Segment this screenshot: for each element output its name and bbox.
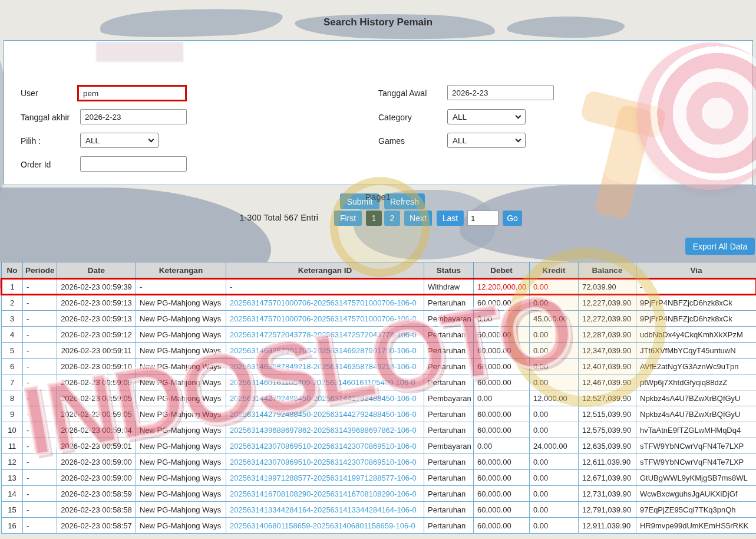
cell-keterangan-id: - <box>226 279 424 295</box>
goto-page-input[interactable] <box>467 211 499 226</box>
cell-debet: 60,000.00 <box>474 343 530 359</box>
pagination-page-1-button[interactable]: 1 <box>366 211 382 226</box>
tanggal-awal-label: Tanggal Awal <box>378 88 427 98</box>
keterangan-id-link[interactable]: 2025631463587849218-2025631463587849218-… <box>230 362 417 371</box>
cell-periode: - <box>23 422 57 438</box>
cell-keterangan-id: 2025631439688697862-2025631439688697862-… <box>226 422 424 438</box>
cell-no: 13 <box>2 470 23 486</box>
tanggal-awal-input[interactable] <box>447 85 554 100</box>
cell-via: WcwBxcwguhsJgAUKXiDjGf <box>636 486 756 502</box>
pagination-go-button[interactable]: Go <box>503 211 522 226</box>
cell-keterangan-id: 2025631463587849218-2025631463587849218-… <box>226 359 424 374</box>
cell-balance: 12,527,039.90 <box>579 390 636 406</box>
cell-via: JTt6XVfMbYCqyT45untuwN <box>636 343 756 359</box>
cell-kredit: 0.00 <box>530 295 579 311</box>
table-row: 8-2026-02-23 00:59:05New PG-Mahjong Ways… <box>2 390 756 406</box>
keterangan-id-link[interactable]: 2025631439688697862-2025631439688697862-… <box>230 426 417 435</box>
cell-status: Pertaruhan <box>424 295 474 311</box>
chevron-down-icon <box>148 137 154 143</box>
keterangan-id-link[interactable]: 2025631469287901700-2025631469287901700-… <box>230 346 417 355</box>
keterangan-id-link[interactable]: 2025631419971288577-2025631419971288577-… <box>230 474 417 482</box>
cell-keterangan-id: 2025631475701000706-2025631475701000706-… <box>226 311 424 327</box>
cell-periode: - <box>23 295 57 311</box>
cell-debet: 60,000.00 <box>474 295 530 311</box>
cell-periode: - <box>23 311 57 327</box>
keterangan-id-link[interactable]: 2025631442792488450-2025631442792488450-… <box>230 410 417 419</box>
page: Search History Pemain User Tanggal akhir… <box>0 0 756 539</box>
keterangan-id-link[interactable]: 2025631416708108290-2025631416708108290-… <box>230 489 417 498</box>
cell-periode: - <box>23 438 57 454</box>
cell-no: 8 <box>2 390 23 406</box>
cell-status: Pertaruhan <box>424 422 474 438</box>
keterangan-id-link[interactable]: 2025631460161105409-2025631460161105409-… <box>230 378 415 387</box>
cell-no: 15 <box>2 502 23 518</box>
cell-kredit: 0.00 <box>530 486 579 502</box>
cell-status: Pertaruhan <box>424 502 474 518</box>
cell-via: sTFW9YbNCwrVqFN4Te7LXP <box>636 438 756 454</box>
cell-periode: - <box>23 279 57 295</box>
column-header: No <box>2 262 23 279</box>
keterangan-id-link[interactable]: 2025631442792488450-2025631442792488450-… <box>230 394 417 403</box>
keterangan-id-link[interactable]: 2025631475701000706-2025631475701000706-… <box>230 298 417 307</box>
category-select[interactable]: ALL <box>447 109 526 124</box>
order-id-input[interactable] <box>80 156 187 172</box>
results-summary: 1-300 Total 567 Entri <box>177 213 318 222</box>
tanggal-akhir-input[interactable] <box>80 109 187 124</box>
cell-balance: 12,635,039.90 <box>579 438 636 454</box>
keterangan-id-link[interactable]: 2025631423070869510-2025631423070869510-… <box>230 458 417 466</box>
cell-status: Pertaruhan <box>424 343 474 359</box>
cell-status: Pertaruhan <box>424 406 474 422</box>
cell-periode: - <box>23 359 57 374</box>
table-row: 3-2026-02-23 00:59:13New PG-Mahjong Ways… <box>2 311 756 327</box>
games-select[interactable]: ALL <box>447 133 526 148</box>
column-header: Keterangan <box>136 262 226 279</box>
pagination-last-button[interactable]: Last <box>437 211 464 226</box>
chevron-down-icon <box>516 137 521 143</box>
cell-debet: 12,200,000.00 <box>474 279 530 295</box>
cell-keterangan: New PG-Mahjong Ways <box>136 406 226 422</box>
chevron-down-icon <box>516 113 521 119</box>
table-row: 5-2026-02-23 00:59:11New PG-Mahjong Ways… <box>2 343 756 359</box>
pagination-first-button[interactable]: First <box>334 211 362 226</box>
pilih-select[interactable]: ALL <box>80 133 159 148</box>
cell-status: Pertaruhan <box>424 470 474 486</box>
export-all-data-button[interactable]: Export All Data <box>685 238 755 255</box>
cell-keterangan-id: 2025631472572043778-2025631472572043778-… <box>226 327 424 343</box>
cell-periode: - <box>23 454 57 470</box>
cell-periode: - <box>23 327 57 343</box>
keterangan-id-link[interactable]: 2025631413344284164-2025631413344284164-… <box>230 505 417 514</box>
cell-kredit: 0.00 <box>530 502 579 518</box>
cell-kredit: 0.00 <box>530 454 579 470</box>
cell-debet: 60,000.00 <box>474 374 530 390</box>
cell-keterangan-id: 2025631419971288577-2025631419971288577-… <box>226 470 424 486</box>
cell-keterangan: - <box>136 279 226 295</box>
cell-date: 2026-02-23 00:59:39 <box>57 279 136 295</box>
cell-keterangan: New PG-Mahjong Ways <box>136 486 226 502</box>
cell-keterangan-id: 2025631475701000706-2025631475701000706-… <box>226 295 424 311</box>
cell-balance: 12,611,039.90 <box>579 454 636 470</box>
keterangan-id-link[interactable]: 2025631472572043778-2025631472572043778-… <box>230 330 417 339</box>
cell-balance: 12,911,039.90 <box>579 518 636 534</box>
games-label: Games <box>378 136 405 146</box>
keterangan-id-link[interactable]: 2025631406801158659-2025631406801158659-… <box>230 521 415 530</box>
column-header: Periode <box>23 262 57 279</box>
column-header: Balance <box>579 262 636 279</box>
cell-keterangan-id: 2025631416708108290-2025631416708108290-… <box>226 486 424 502</box>
keterangan-id-link[interactable]: 2025631423070869510-2025631423070869510-… <box>230 442 417 451</box>
cell-no: 10 <box>2 422 23 438</box>
cell-balance: 12,791,039.90 <box>579 502 636 518</box>
page-indicator: Page1 <box>0 192 756 202</box>
column-header: Debet <box>474 262 530 279</box>
pagination-page-2-button[interactable]: 2 <box>384 211 400 226</box>
user-input[interactable] <box>77 85 187 101</box>
table-row: 15-2026-02-23 00:58:58New PG-Mahjong Way… <box>2 502 756 518</box>
cell-keterangan: New PG-Mahjong Ways <box>136 295 226 311</box>
cell-via: HR9mvpe99dUmKEmHS5rRKK <box>636 518 756 534</box>
pagination-next-button[interactable]: Next <box>404 211 432 226</box>
cell-keterangan: New PG-Mahjong Ways <box>136 502 226 518</box>
cell-no: 1 <box>2 279 23 295</box>
cell-no: 14 <box>2 486 23 502</box>
cell-keterangan: New PG-Mahjong Ways <box>136 343 226 359</box>
table-row: 9-2026-02-23 00:59:05New PG-Mahjong Ways… <box>2 406 756 422</box>
keterangan-id-link[interactable]: 2025631475701000706-2025631475701000706-… <box>230 314 417 323</box>
